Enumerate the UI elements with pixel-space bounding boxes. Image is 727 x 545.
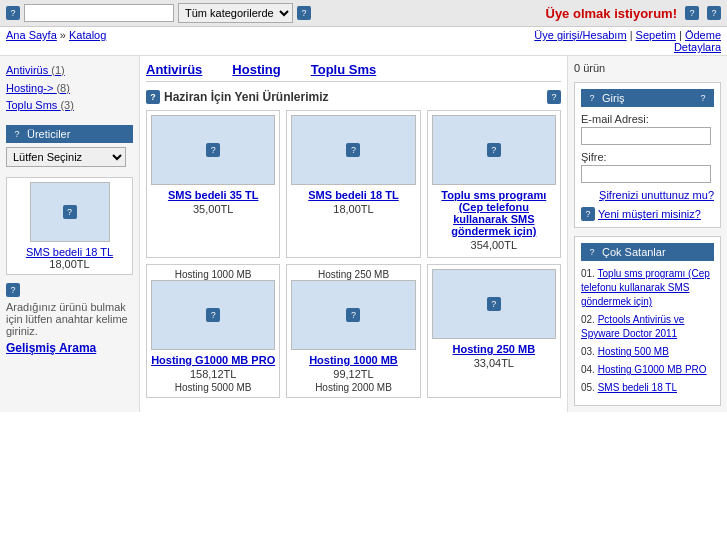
login-help-icon[interactable]: ? [585,91,599,105]
bestseller-link-4[interactable]: SMS bedeli 18 TL [598,382,677,393]
product-image-2: ? [432,115,556,185]
ureticiler-help-icon[interactable]: ? [10,127,24,141]
help-icon-search[interactable]: ? [297,6,311,20]
new-customer-row: ? Yeni müşteri misiniz? [581,207,714,221]
help-icon-uye[interactable]: ? [685,6,699,20]
bestseller-item-4: 05. SMS bedeli 18 TL [581,381,714,395]
breadcrumb-arrow: » [60,29,66,41]
product-link-5[interactable]: Hosting 250 MB [453,343,536,355]
bestseller-link-3[interactable]: Hosting G1000 MB PRO [598,364,707,375]
bestseller-link-0[interactable]: Toplu sms programı (Cep telefonu kullana… [581,268,710,307]
uye-girisi-link[interactable]: Üye girişi/Hesabım [534,29,626,41]
product-name-0: SMS bedeli 35 TL [151,189,275,201]
password-field-container: Şifre: [581,151,714,183]
product-price-0: 35,00TL [151,203,275,215]
login-box-title: ? Giriş ? [581,89,714,107]
sidebar-item-antivirus[interactable]: Antivirüs (1) [6,62,133,80]
product-price-1: 18,00TL [291,203,415,215]
product-card-3: Hosting 1000 MB ? Hosting G1000 MB PRO 1… [146,264,280,398]
product-price-3: 158,12TL [151,368,275,380]
featured-img-help[interactable]: ? [63,205,77,219]
section-help-icon-right[interactable]: ? [547,90,561,104]
odeme-link[interactable]: Ödeme [685,29,721,41]
email-label: E-mail Adresi: [581,113,714,125]
sidebar-item-hosting[interactable]: Hosting-> (8) [6,80,133,98]
tab-toplusms[interactable]: Toplu Sms [311,62,376,77]
forgot-password-link[interactable]: Şifrenizi unuttunuz mu? [581,189,714,201]
bestseller-item-1: 02. Pctools Antivirüs ve Spyware Doctor … [581,313,714,341]
bestsellers-help-icon[interactable]: ? [585,245,599,259]
help-icon-uye2[interactable]: ? [707,6,721,20]
product-name-3: Hosting G1000 MB PRO [151,354,275,366]
adv-search-text: Aradığınız ürünü bulmak için lütfen anah… [6,301,133,337]
advanced-search-link[interactable]: Gelişmiş Arama [6,341,96,355]
member-links: Üye girişi/Hesabım | Sepetim | Ödeme Det… [534,29,721,53]
email-field-container: E-mail Adresi: [581,113,714,145]
product-img-help-2[interactable]: ? [487,143,501,157]
search-input[interactable] [24,4,174,22]
adv-help-row: ? [6,283,133,297]
section-title: ? Haziran İçin Yeni Ürünlerimiz [146,90,329,104]
email-input[interactable] [581,127,711,145]
new-customer-help-icon[interactable]: ? [581,207,595,221]
product-link-1[interactable]: SMS bedeli 18 TL [308,189,398,201]
product-card-5: ? Hosting 250 MB 33,04TL [427,264,561,398]
detaylara-link[interactable]: Detaylara [674,41,721,53]
bestseller-item-2: 03. Hosting 500 MB [581,345,714,359]
bestseller-item-0: 01. Toplu sms programı (Cep telefonu kul… [581,267,714,309]
right-sidebar: 0 ürün ? Giriş ? E-mail Adresi: Şifre: Ş… [567,56,727,412]
product-name-5: Hosting 250 MB [432,343,556,355]
adv-help-icon[interactable]: ? [6,283,20,297]
product-img-help-5[interactable]: ? [487,297,501,311]
product-name-1: SMS bedeli 18 TL [291,189,415,201]
sepet-link[interactable]: Sepetim [636,29,676,41]
center-content: Antivirüs Hosting Toplu Sms ? Haziran İç… [140,56,567,412]
ureticiler-select[interactable]: Lütfen Seçiniz [6,147,126,167]
ana-sayfa-link[interactable]: Ana Sayfa [6,29,57,41]
product-name-4: Hosting 1000 MB [291,354,415,366]
product-card-1: ? SMS bedeli 18 TL 18,00TL [286,110,420,258]
top-bar-left: ? Tüm kategorilerde ? [6,3,311,23]
product-img-help-1[interactable]: ? [346,143,360,157]
product-price-4: 99,12TL [291,368,415,380]
uye-olmak-label: Üye olmak istiyorum! [546,6,678,21]
login-help-icon-right[interactable]: ? [696,91,710,105]
katalog-link[interactable]: Katalog [69,29,106,41]
bestseller-link-1[interactable]: Pctools Antivirüs ve Spyware Doctor 2011 [581,314,684,339]
product-name-2: Toplu sms programı (Cep telefonu kullana… [432,189,556,237]
sidebar-item-toplusms[interactable]: Toplu Sms (3) [6,97,133,115]
section-help-icon[interactable]: ? [146,90,160,104]
product-card-4: Hosting 250 MB ? Hosting 1000 MB 99,12TL… [286,264,420,398]
nav-bar: Ana Sayfa » Katalog Üye girişi/Hesabım |… [0,27,727,56]
product-subtitle-4: Hosting 2000 MB [291,382,415,393]
new-customer-link[interactable]: Yeni müşteri misiniz? [598,208,701,220]
top-bar: ? Tüm kategorilerde ? Üye olmak istiyoru… [0,0,727,27]
category-tabs: Antivirüs Hosting Toplu Sms [146,62,561,82]
product-link-4[interactable]: Hosting 1000 MB [309,354,398,366]
product-image-3: ? [151,280,275,350]
product-link-3[interactable]: Hosting G1000 MB PRO [151,354,275,366]
tab-hosting[interactable]: Hosting [232,62,280,77]
product-subtitle-row1-1: Hosting 250 MB [291,269,415,280]
product-img-help-0[interactable]: ? [206,143,220,157]
product-price-5: 33,04TL [432,357,556,369]
product-img-help-3[interactable]: ? [206,308,220,322]
cart-count: 0 ürün [574,62,721,74]
category-select[interactable]: Tüm kategorilerde [178,3,293,23]
featured-product-link[interactable]: SMS bedeli 18 TL [26,246,113,258]
featured-product-name: SMS bedeli 18 TL [11,246,128,258]
tab-antivirus[interactable]: Antivirüs [146,62,202,77]
featured-product: ? SMS bedeli 18 TL 18,00TL [6,177,133,275]
product-img-help-4[interactable]: ? [346,308,360,322]
bestseller-item-3: 04. Hosting G1000 MB PRO [581,363,714,377]
password-input[interactable] [581,165,711,183]
password-label: Şifre: [581,151,714,163]
bestseller-link-2[interactable]: Hosting 500 MB [598,346,669,357]
product-image-1: ? [291,115,415,185]
left-sidebar: Antivirüs (1) Hosting-> (8) Toplu Sms (3… [0,56,140,412]
product-link-0[interactable]: SMS bedeli 35 TL [168,189,258,201]
product-link-2[interactable]: Toplu sms programı (Cep telefonu kullana… [441,189,546,237]
product-subtitle-3: Hosting 5000 MB [151,382,275,393]
breadcrumb: Ana Sayfa » Katalog [6,29,106,41]
help-icon-top[interactable]: ? [6,6,20,20]
